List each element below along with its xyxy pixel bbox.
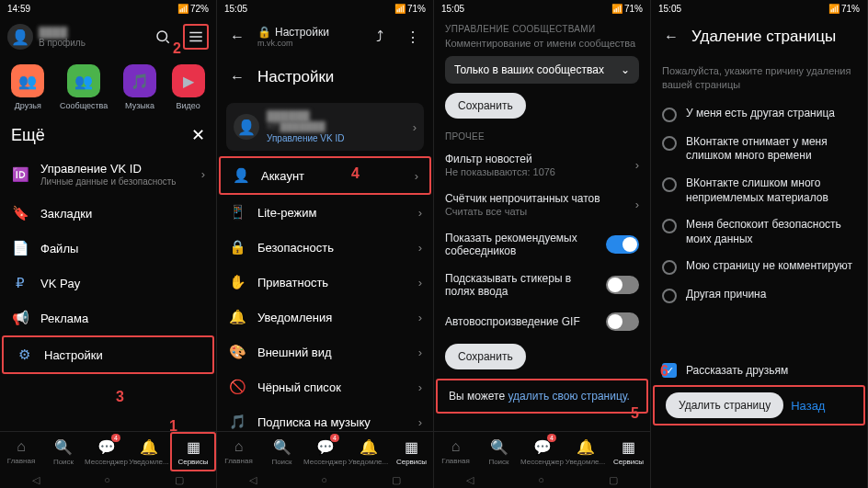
nav-search[interactable]: 🔍Поиск [42, 432, 85, 471]
quick-nav: 👥Друзья 👥Сообщества 🎵Музыка ▶Видео [0, 57, 216, 118]
radio-icon [662, 177, 677, 192]
nav-services[interactable]: ▦Сервисы [607, 432, 650, 471]
reason-0[interactable]: У меня есть другая страница [651, 100, 867, 129]
lite-item[interactable]: 📱Lite-режим› [217, 195, 433, 230]
phone-icon: 📱 [228, 204, 246, 221]
reason-4[interactable]: Мою страницу не комментируют [651, 253, 867, 281]
ads-item[interactable]: 📢Реклама [0, 301, 216, 335]
community-dropdown[interactable]: Только в ваших сообществах ⌄ [445, 56, 639, 84]
nav-notif[interactable]: 🔔Уведомле... [564, 432, 607, 471]
nav-home[interactable]: ⌂Главная [434, 432, 477, 471]
nav-home[interactable]: ⌂Главная [217, 432, 260, 471]
recommend-row[interactable]: Показать рекомендуемых собеседников [434, 224, 650, 265]
community-section: УПРАВЛЕНИЕ СООБЩЕСТВАМИ [434, 17, 650, 38]
file-icon: 📄 [11, 240, 29, 256]
account-item[interactable]: 👤Аккаунт› [219, 156, 431, 195]
quick-music[interactable]: 🎵Музыка [123, 64, 156, 110]
more-icon[interactable]: ⋮ [400, 24, 426, 50]
vkid-manage-link[interactable]: Управление VK ID [267, 133, 405, 143]
bookmarks-item[interactable]: 🔖Закладки [0, 196, 216, 231]
step-3: 3 [116, 389, 124, 405]
files-item[interactable]: 📄Файлы [0, 231, 216, 266]
quick-friends[interactable]: 👥Друзья [11, 64, 44, 110]
chevron-right-icon: › [635, 198, 639, 211]
reason-5[interactable]: Другая причина [651, 281, 867, 310]
blacklist-item[interactable]: 🚫Чёрный список› [217, 369, 433, 404]
nav-search[interactable]: 🔍Поиск [477, 432, 520, 471]
id-icon: 🆔 [11, 166, 29, 183]
palette-icon: 🎨 [228, 344, 246, 360]
nav-home[interactable]: ⌂Главная [0, 432, 42, 471]
url-title: Настройки [275, 26, 329, 39]
quick-communities[interactable]: 👥Сообщества [60, 64, 108, 110]
vkid-phone: +7 ███████ [267, 121, 405, 131]
reason-3[interactable]: Меня беспокоит безопасность моих данных [651, 211, 867, 253]
delete-link[interactable]: удалить свою страницу. [508, 390, 630, 403]
status-bar: 14:59 📶 72% [0, 0, 216, 17]
page-header: ← Настройки [217, 57, 433, 97]
nav-search[interactable]: 🔍Поиск [260, 432, 303, 471]
bell-icon: 🔔 [140, 438, 158, 456]
recent-sys-icon[interactable]: ▢ [175, 474, 184, 486]
reason-1[interactable]: ВКонтакте отнимает у меня слишком много … [651, 129, 867, 170]
save-button-2[interactable]: Сохранить [445, 344, 526, 369]
bottom-nav: ⌂Главная 🔍Поиск 4💬Мессенджер 🔔Уведомле..… [434, 431, 650, 471]
vkid-card[interactable]: 👤 ██████ +7 ███████ Управление VK ID › [226, 103, 424, 151]
url-text: m.vk.com [257, 39, 360, 48]
step-5: 5 [631, 405, 639, 422]
quick-video[interactable]: ▶Видео [172, 64, 205, 110]
privacy-item[interactable]: ✋Приватность› [217, 265, 433, 300]
nav-notif[interactable]: 🔔Уведомле... [347, 432, 390, 471]
home-sys-icon[interactable]: ○ [104, 474, 110, 485]
vkpay-item[interactable]: ₽VK Pay [0, 266, 216, 301]
cancel-button[interactable]: Назад [791, 399, 825, 413]
reason-2[interactable]: ВКонтакте слишком много неприемлемых мат… [651, 170, 867, 211]
hamburger-menu-icon[interactable] [183, 24, 209, 50]
avatar: 👤 [7, 24, 33, 50]
nav-messenger[interactable]: 4💬Мессенджер [303, 432, 347, 471]
notif-item[interactable]: 🔔Уведомления› [217, 300, 433, 335]
stickers-row[interactable]: Подсказывать стикеры в полях ввода [434, 265, 650, 305]
gif-row[interactable]: Автовоспроизведение GIF [434, 305, 650, 338]
security-item[interactable]: 🔒Безопасность› [217, 230, 433, 265]
bottom-nav: ⌂Главная 🔍Поиск 4💬Мессенджер 🔔Уведомле..… [0, 431, 216, 471]
back-button[interactable]: ← [224, 24, 250, 50]
comment-label: Комментирование от имени сообщества [434, 38, 650, 52]
vkid-item[interactable]: 🆔 Управление VK ID Личные данные и безоп… [0, 153, 216, 196]
filter-row[interactable]: Фильтр новостейНе показываются: 1076 › [434, 145, 650, 185]
save-button[interactable]: Сохранить [445, 93, 526, 119]
nav-messenger[interactable]: 4💬Мессенджер [85, 432, 128, 471]
delete-link-row[interactable]: Вы можете удалить свою страницу. [436, 379, 648, 414]
status-time: 14:59 [7, 4, 30, 14]
status-bar: 15:05 📶71% [217, 0, 433, 17]
radio-icon [662, 289, 677, 303]
back-arrow[interactable]: ← [224, 64, 250, 90]
toggle-gif[interactable] [606, 312, 639, 331]
back-button[interactable]: ← [658, 24, 684, 50]
ruble-icon: ₽ [11, 275, 29, 291]
tell-friends-row[interactable]: ✓ Рассказать друзьям [651, 356, 867, 385]
status-icons: 📶71% [394, 4, 426, 14]
delete-page-button[interactable]: Удалить страницу [666, 392, 783, 418]
back-sys-icon[interactable]: ◁ [32, 474, 40, 486]
nav-services[interactable]: ▦Сервисы [390, 432, 433, 471]
nav-messenger[interactable]: 4💬Мессенджер [520, 432, 564, 471]
bottom-nav: ⌂Главная 🔍Поиск 4💬Мессенджер 🔔Уведомле..… [217, 431, 433, 471]
share-icon[interactable]: ⤴ [367, 24, 393, 50]
chevron-right-icon: › [201, 167, 205, 181]
nav-services[interactable]: ▦Сервисы [170, 432, 216, 471]
radio-icon [662, 260, 677, 275]
appearance-item[interactable]: 🎨Внешний вид› [217, 335, 433, 369]
more-section: Ещё ✕ [0, 118, 216, 153]
nav-notif[interactable]: 🔔Уведомле... [128, 432, 170, 471]
close-icon[interactable]: ✕ [191, 125, 205, 145]
toggle-stickers[interactable] [606, 276, 639, 294]
profile-link[interactable]: 👤 ████ В профиль [7, 24, 143, 50]
settings-item[interactable]: ⚙Настройки [2, 335, 214, 374]
hand-icon: ✋ [228, 274, 246, 290]
search-icon[interactable] [150, 24, 176, 50]
counter-row[interactable]: Счётчик непрочитанных чатовСчитать все ч… [434, 185, 650, 224]
phone-screen-3: 15:05 📶71% УПРАВЛЕНИЕ СООБЩЕСТВАМИ Комме… [434, 0, 651, 488]
music-icon: 🎵 [228, 414, 246, 430]
toggle-recommend[interactable] [606, 235, 639, 254]
